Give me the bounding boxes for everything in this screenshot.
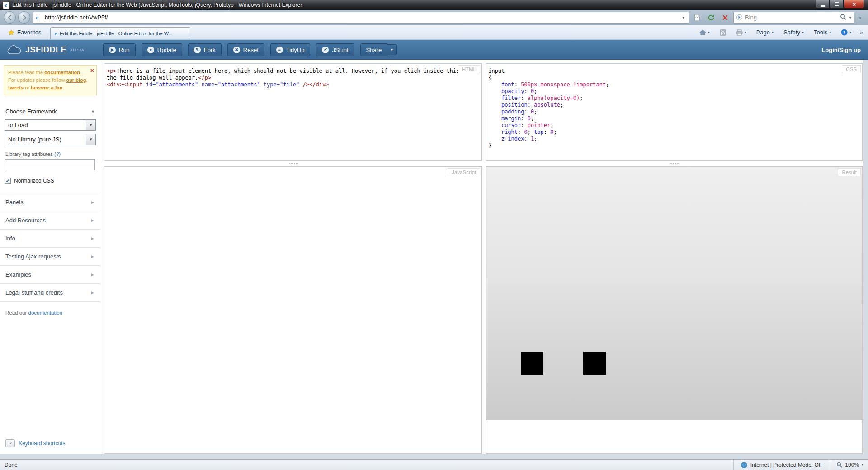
onload-select-arrow-icon[interactable]: ▼ [86,120,95,130]
feed-icon [720,29,726,36]
section-label: Info [5,235,15,242]
browser-command-bar: ▾ ▾ Page ▾ Safety ▾ Tools ▾ ? ▾ » [697,28,864,37]
tidyup-icon: ≡ [276,47,283,53]
keyboard-shortcuts-button[interactable]: ? [5,439,15,447]
login-signup-link[interactable]: Login/Sign up [821,47,861,53]
choose-framework-header[interactable]: Choose Framework ▼ [5,108,95,115]
chevron-right-icon: ► [90,272,95,277]
javascript-panel-label: JavaScript [448,168,480,176]
sidebar-section-add-resources[interactable]: Add Resources► [0,211,100,229]
page-menu-label: Page [756,29,770,36]
status-text: Done [5,462,733,468]
css-code-editor[interactable]: input{ font: 500px monospace !important;… [486,64,862,160]
back-button[interactable] [4,11,16,24]
share-button[interactable]: Share [360,43,388,56]
panel-splitter-handle[interactable] [670,163,679,164]
safety-menu-button[interactable]: Safety ▾ [781,28,807,37]
tab-title: Edit this Fiddle - jsFiddle - Online Edi… [60,31,172,36]
home-icon [699,29,706,36]
forward-arrow-icon [21,14,28,21]
fork-button[interactable]: ✎Fork [188,43,222,56]
reset-button[interactable]: ✖Reset [227,43,264,56]
library-attributes-input[interactable] [5,159,95,170]
library-select-arrow-icon[interactable]: ▼ [86,134,95,145]
html-panel-label: HTML [458,65,480,73]
section-label: Testing Ajax requests [5,253,61,260]
update-button[interactable]: ●Update [142,43,182,56]
zoom-level: 100% [845,462,859,468]
logo-text: JSFIDDLE [25,45,66,55]
safety-menu-label: Safety [783,29,800,36]
help-button[interactable]: ? ▾ [838,28,854,37]
sidebar: Please read the documentation.For update… [0,60,100,454]
html-code-editor[interactable]: <p>There is a file input element here, w… [104,64,481,160]
maximize-icon [835,2,839,6]
keyboard-shortcuts-link[interactable]: Keyboard shortcuts [19,440,65,446]
print-dropdown-icon[interactable]: ▾ [745,30,746,34]
notice-close-icon[interactable]: × [90,66,94,76]
help-dropdown-icon: ▾ [849,30,851,34]
sidebar-section-info[interactable]: Info► [0,229,100,247]
back-arrow-icon [7,14,13,21]
html-editor-panel: HTML <p>There is a file input element he… [104,63,482,161]
minimize-button[interactable] [816,0,830,9]
window-title: Edit this Fiddle - jsFiddle - Online Edi… [12,2,302,8]
jsfiddle-logo[interactable]: JSFIDDLE ALPHA [0,45,103,55]
refresh-button[interactable] [705,12,717,24]
run-button[interactable]: ▶Run [103,43,136,56]
forward-button[interactable] [18,11,30,24]
tools-menu-button[interactable]: Tools ▾ [811,28,834,37]
minimize-icon [821,5,825,7]
compatibility-view-button[interactable] [691,12,703,24]
feeds-button[interactable] [717,28,729,37]
jslint-button[interactable]: ✔JSLint [316,43,354,56]
result-panel-label: Result [838,168,861,176]
zoom-dropdown-icon[interactable]: ▾ [862,463,863,467]
jslint-icon: ✔ [322,47,329,53]
result-black-square [521,352,543,375]
home-dropdown-icon[interactable]: ▾ [708,30,710,34]
address-input[interactable]: e http://jsfiddle.net/VwP5f/ ▾ [33,12,689,24]
sidebar-section-panels[interactable]: Panels► [0,193,100,211]
normalized-css-checkbox[interactable]: ✔ [5,178,11,184]
page-menu-button[interactable]: Page ▾ [754,28,776,37]
notice-text: Please read the documentation.For update… [8,69,92,92]
maximize-button[interactable] [830,0,844,9]
window-controls: × [816,0,864,9]
sidebar-section-examples[interactable]: Examples► [0,265,100,283]
result-render-area[interactable] [486,167,862,284]
address-history-dropdown-icon[interactable]: ▾ [681,15,686,20]
stop-button[interactable] [719,12,731,24]
chevron-right-icon: ► [90,200,95,205]
cloud-icon [6,45,22,55]
home-button[interactable]: ▾ [697,28,712,37]
search-icon[interactable] [840,14,846,22]
page-dropdown-icon: ▾ [772,30,774,34]
header-toolbar: ▶Run●Update✎Fork✖Reset≡TidyUp✔JSLintShar… [103,43,397,56]
tab-edit-this-fiddle[interactable]: e Edit this Fiddle - jsFiddle - Online E… [50,27,190,39]
documentation-link[interactable]: documentation [28,310,62,315]
tidyup-label: TidyUp [286,47,305,53]
search-input[interactable]: Bing ▾ [733,12,854,24]
panel-splitter-handle[interactable] [289,163,298,164]
javascript-code-editor[interactable] [104,167,481,453]
command-overflow-chevron-icon[interactable]: » [859,29,864,36]
read-our-documentation: Read our documentation [5,310,95,315]
print-button[interactable]: ▾ [733,28,749,37]
onload-select[interactable]: onLoad ▼ [5,119,96,131]
toolbar-overflow-chevron-icon[interactable]: » [857,14,863,21]
globe-icon [741,462,747,468]
share-dropdown-button[interactable]: ▾ [387,44,397,55]
sidebar-section-legal-stuff-and-credits[interactable]: Legal stuff and credits► [0,283,100,301]
search-dropdown-icon[interactable]: ▾ [849,15,851,20]
security-zone: Internet | Protected Mode: Off [733,460,829,470]
zoom-control[interactable]: 100% ▾ [829,460,863,470]
tidyup-button[interactable]: ≡TidyUp [270,43,311,56]
library-select[interactable]: No-Library (pure JS) ▼ [5,134,96,145]
close-button[interactable]: × [844,0,864,9]
library-attributes-help-link[interactable]: (?) [54,151,61,157]
sidebar-section-testing-ajax-requests[interactable]: Testing Ajax requests► [0,247,100,265]
sidebar-accordion: Panels►Add Resources►Info►Testing Ajax r… [0,193,100,302]
safety-dropdown-icon: ▾ [802,30,804,34]
favorites-button[interactable]: Favorites [4,27,46,38]
